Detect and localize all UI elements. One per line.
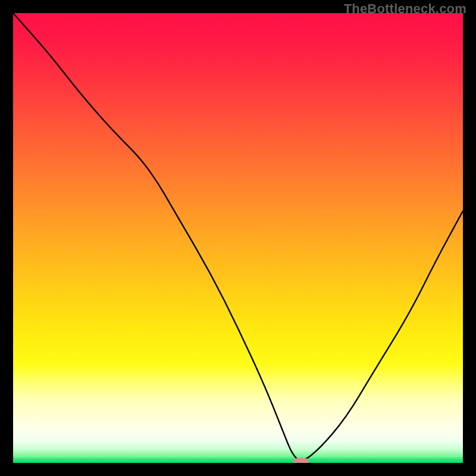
bottleneck-curve: [13, 13, 463, 463]
watermark-text: TheBottleneck.com: [344, 1, 466, 17]
optimal-marker: [293, 458, 309, 463]
chart-container: TheBottleneck.com: [0, 0, 476, 476]
curve-path: [13, 13, 463, 460]
plot-area: [13, 13, 463, 463]
